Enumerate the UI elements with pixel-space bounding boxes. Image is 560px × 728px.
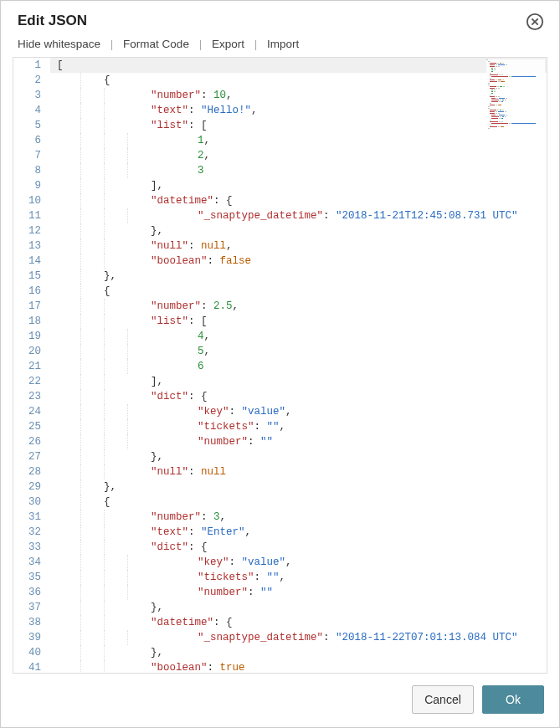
line-number: 7	[13, 148, 41, 163]
modal-header: Edit JSON	[1, 1, 559, 36]
code-line[interactable]: "null": null	[50, 464, 547, 479]
toolbar-hide-whitespace[interactable]: Hide whitespace	[18, 38, 100, 50]
code-line[interactable]: ],	[50, 374, 547, 389]
toolbar-import[interactable]: Import	[267, 38, 299, 50]
line-number: 25	[13, 419, 41, 434]
line-number: 26	[13, 434, 41, 449]
line-number: 12	[13, 223, 41, 238]
code-line[interactable]: "number": 10,	[50, 88, 547, 103]
line-number: 40	[13, 645, 41, 660]
code-line[interactable]: {	[50, 284, 547, 299]
toolbar-format-code[interactable]: Format Code	[123, 38, 189, 50]
line-number: 23	[13, 389, 41, 404]
line-number: 35	[13, 570, 41, 585]
line-number: 1	[13, 58, 41, 73]
line-number: 29	[13, 479, 41, 495]
code-line[interactable]: "text": "Hello!",	[50, 103, 547, 118]
code-line[interactable]: "tickets": "",	[50, 570, 547, 585]
code-line[interactable]: "text": "Enter",	[50, 525, 547, 540]
line-number: 6	[13, 133, 41, 148]
toolbar-export[interactable]: Export	[212, 38, 244, 50]
code-line[interactable]: "number": 2.5,	[50, 299, 547, 314]
code-line[interactable]: 3	[50, 163, 547, 178]
code-line[interactable]: "null": null,	[50, 238, 547, 254]
line-number: 13	[13, 238, 41, 254]
line-number: 18	[13, 314, 41, 329]
code-line[interactable]: "_snaptype_datetime": "2018-11-21T12:45:…	[50, 208, 547, 223]
line-number: 39	[13, 630, 41, 645]
code-line[interactable]: "datetime": {	[50, 615, 547, 630]
code-line[interactable]: 2,	[50, 148, 547, 163]
code-line[interactable]: 1,	[50, 133, 547, 148]
line-number: 21	[13, 359, 41, 374]
line-number: 30	[13, 495, 41, 510]
code-line[interactable]: },	[50, 449, 547, 464]
code-line[interactable]: },	[50, 645, 547, 660]
line-number: 9	[13, 178, 41, 193]
line-number: 17	[13, 299, 41, 314]
line-number: 33	[13, 540, 41, 555]
line-number: 37	[13, 600, 41, 615]
line-number: 41	[13, 660, 41, 673]
line-number: 5	[13, 118, 41, 133]
line-number: 31	[13, 510, 41, 525]
line-number: 19	[13, 329, 41, 344]
code-line[interactable]: {	[50, 495, 547, 510]
line-number: 27	[13, 449, 41, 464]
line-number: 28	[13, 464, 41, 479]
close-icon	[526, 13, 544, 31]
line-number: 24	[13, 404, 41, 419]
editor-container: 1234567891011121314151617181920212223242…	[13, 57, 547, 674]
code-line[interactable]: "dict": {	[50, 389, 547, 404]
code-line[interactable]: 6	[50, 359, 547, 374]
code-line[interactable]: 4,	[50, 329, 547, 344]
code-line[interactable]: "dict": {	[50, 540, 547, 555]
line-number: 8	[13, 163, 41, 178]
code-line[interactable]: 5,	[50, 344, 547, 359]
code-line[interactable]: "datetime": {	[50, 193, 547, 208]
line-number: 22	[13, 374, 41, 389]
code-line[interactable]: [	[50, 58, 547, 73]
code-line[interactable]: ],	[50, 178, 547, 193]
code-line[interactable]: "number": ""	[50, 585, 547, 600]
code-content[interactable]: [ { "number": 10, "text": "Hello!", "lis…	[50, 58, 547, 673]
code-line[interactable]: "key": "value",	[50, 404, 547, 419]
modal-title: Edit JSON	[18, 13, 542, 29]
line-number-gutter: 1234567891011121314151617181920212223242…	[13, 58, 50, 673]
code-line[interactable]: },	[50, 269, 547, 284]
code-line[interactable]: "number": ""	[50, 434, 547, 449]
toolbar-separator: |	[199, 38, 203, 50]
line-number: 10	[13, 193, 41, 208]
edit-json-modal: Edit JSON Hide whitespace | Format Code …	[0, 0, 560, 728]
code-editor[interactable]: 1234567891011121314151617181920212223242…	[13, 58, 547, 673]
line-number: 3	[13, 88, 41, 103]
line-number: 15	[13, 269, 41, 284]
code-line[interactable]: "boolean": false	[50, 254, 547, 269]
toolbar-separator: |	[110, 38, 114, 50]
toolbar: Hide whitespace | Format Code | Export |…	[1, 36, 559, 57]
line-number: 38	[13, 615, 41, 630]
code-line[interactable]: },	[50, 479, 547, 495]
close-button[interactable]	[526, 13, 544, 31]
code-line[interactable]: "tickets": "",	[50, 419, 547, 434]
code-line[interactable]: },	[50, 223, 547, 238]
line-number: 34	[13, 555, 41, 570]
code-line[interactable]: "boolean": true	[50, 660, 547, 673]
line-number: 4	[13, 103, 41, 118]
line-number: 32	[13, 525, 41, 540]
code-line[interactable]: "list": [	[50, 314, 547, 329]
ok-button[interactable]: Ok	[482, 685, 544, 714]
line-number: 16	[13, 284, 41, 299]
code-line[interactable]: },	[50, 600, 547, 615]
modal-footer: Cancel Ok	[1, 674, 559, 727]
toolbar-separator: |	[254, 38, 258, 50]
code-line[interactable]: "_snaptype_datetime": "2018-11-22T07:01:…	[50, 630, 547, 645]
code-line[interactable]: {	[50, 73, 547, 88]
code-line[interactable]: "key": "value",	[50, 555, 547, 570]
line-number: 20	[13, 344, 41, 359]
line-number: 11	[13, 208, 41, 223]
line-number: 14	[13, 254, 41, 269]
cancel-button[interactable]: Cancel	[412, 685, 474, 714]
code-line[interactable]: "list": [	[50, 118, 547, 133]
code-line[interactable]: "number": 3,	[50, 510, 547, 525]
